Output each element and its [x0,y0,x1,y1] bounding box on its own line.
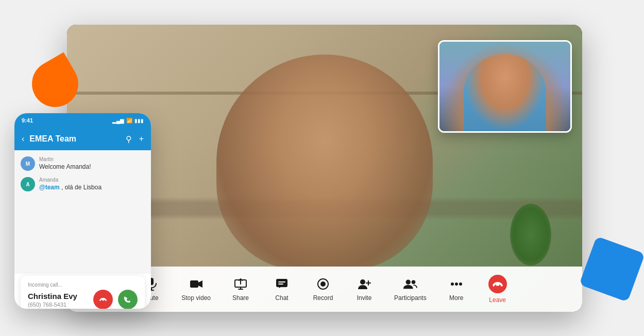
caller-details: Christina Evy (650) 768-5431 [28,292,77,308]
invite-button[interactable]: Invite [346,273,383,306]
search-icon[interactable]: ⚲ [126,134,132,144]
svg-point-11 [320,281,326,287]
caller-name: Christina Evy [28,292,77,300]
phone-channel-title: EMEA Team [29,134,120,144]
phone-down-icon [488,275,507,293]
chat-message-martin: M Martin Welcome Amanda! [21,156,145,171]
person-add-icon [357,277,371,291]
phone-header-actions: ⚲ + [126,134,144,144]
martin-text: Welcome Amanda! [39,163,145,170]
leave-label: Leave [489,296,506,304]
svg-rect-7 [276,279,287,287]
video-camera-icon [189,277,204,291]
people-icon [403,277,417,291]
main-speaker-video [216,55,433,271]
room-plant [510,204,551,266]
svg-rect-3 [190,280,198,288]
phone-header: ‹ EMEA Team ⚲ + [14,128,151,150]
chat-bubble-icon [275,277,289,291]
martin-avatar: M [21,156,35,171]
add-icon[interactable]: + [139,134,144,144]
ellipsis-icon [449,277,464,291]
mention-team: @team [39,184,60,191]
svg-point-15 [406,280,411,285]
svg-point-16 [412,280,415,284]
more-button[interactable]: More [438,273,475,306]
participants-button[interactable]: Participants [387,273,434,306]
amanda-text-suffix: , olá de Lisboa [61,184,101,191]
svg-point-17 [451,282,454,286]
chat-label: Chat [275,294,288,302]
participants-label: Participants [394,294,427,302]
incoming-call-label: Incoming call... [28,282,138,288]
decline-call-button[interactable] [93,290,113,309]
record-label: Record [313,294,333,302]
wifi-icon: 📶 [126,118,132,123]
caller-number: (650) 768-5431 [28,302,77,308]
stop-video-button[interactable]: Stop video [174,273,218,306]
battery-icon: ▮▮▮ [134,118,144,123]
share-label: Share [232,294,249,302]
martin-sender: Martin [39,156,145,162]
pip-video-participant[interactable] [438,40,572,133]
martin-bubble: Martin Welcome Amanda! [39,156,145,170]
amanda-text: @team , olá de Lisboa [39,184,145,191]
amanda-sender: Amanda [39,177,145,183]
share-screen-icon [233,277,248,291]
call-info: Christina Evy (650) 768-5431 [28,290,138,309]
record-circle-icon [316,277,330,291]
chat-button[interactable]: Chat [263,273,300,306]
stop-video-label: Stop video [181,294,211,302]
svg-point-19 [459,282,462,286]
pip-person-figure [464,54,546,131]
chat-message-amanda: A Amanda @team , olá de Lisboa [21,177,145,191]
amanda-avatar: A [21,177,35,191]
invite-label: Invite [357,294,372,302]
back-button[interactable]: ‹ [22,134,24,144]
phone-mockup: 9:41 ▂▄▆ 📶 ▮▮▮ ‹ EMEA Team ⚲ + M Martin … [14,113,151,309]
phone-time: 9:41 [22,117,33,123]
more-label: More [449,294,463,302]
accept-call-button[interactable] [118,290,138,309]
record-button[interactable]: Record [304,273,342,306]
call-action-buttons [93,290,138,309]
phone-status-icons: ▂▄▆ 📶 ▮▮▮ [112,118,144,123]
svg-point-18 [455,282,458,286]
amanda-bubble: Amanda @team , olá de Lisboa [39,177,145,191]
share-button[interactable]: Share [222,273,259,306]
phone-chat-area: M Martin Welcome Amanda! A Amanda @team … [14,150,151,274]
blue-decorative-shape [579,236,644,302]
svg-point-12 [360,279,365,285]
phone-statusbar: 9:41 ▂▄▆ 📶 ▮▮▮ [14,113,151,128]
incoming-call-card: Incoming call... Christina Evy (650) 768… [21,276,145,309]
leave-button[interactable]: Leave [479,271,516,308]
signal-icon: ▂▄▆ [112,118,124,123]
